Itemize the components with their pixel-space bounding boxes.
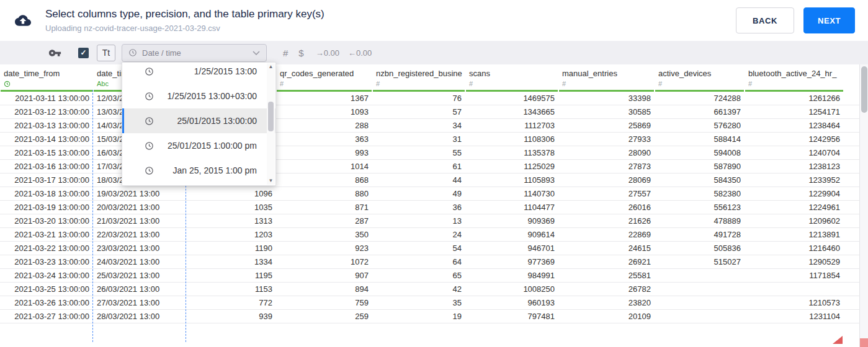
- decrease-precision-button[interactable]: ←0.00: [348, 48, 372, 58]
- table-cell: 1216460: [745, 242, 844, 255]
- back-button[interactable]: BACK: [736, 7, 794, 33]
- table-cell: 797481: [465, 310, 558, 323]
- column-type-indicator: #: [655, 78, 745, 88]
- table-cell: 993: [276, 146, 372, 159]
- table-cell: [655, 310, 745, 323]
- format-option-label: Jan 25, 2015 1:00 pm: [154, 165, 257, 175]
- table-cell: 26/03/2021 13:00: [93, 283, 186, 296]
- table-cell: 1210573: [745, 296, 844, 309]
- table-cell: 19: [372, 310, 465, 323]
- table-cell: 2021-03-22 13:00:00: [0, 242, 93, 255]
- table-cell: 1108306: [465, 133, 558, 146]
- table-cell: 584350: [655, 174, 745, 187]
- table-cell: 909614: [465, 228, 558, 241]
- integer-type-button[interactable]: #: [283, 48, 288, 58]
- table-cell: 287: [276, 214, 372, 227]
- table-cell: 582380: [655, 187, 745, 200]
- table-cell: 576280: [655, 119, 745, 132]
- table-cell: 1233952: [745, 174, 844, 187]
- clock-icon: [145, 67, 154, 76]
- clock-icon: [145, 141, 154, 151]
- column-valid-bar: [745, 90, 843, 92]
- table-cell: 27/03/2021 13:00: [93, 296, 186, 309]
- table-cell: 23/03/2021 13:00: [93, 242, 186, 255]
- table-cell: 27873: [558, 160, 655, 173]
- scroll-down-icon[interactable]: ▼: [269, 178, 274, 183]
- format-option[interactable]: 1/25/2015 13:00: [122, 62, 275, 84]
- table-cell: 27933: [558, 133, 655, 146]
- column-name: date_time_from: [0, 64, 93, 78]
- table-cell: 57: [372, 105, 465, 118]
- column-header[interactable]: scans#: [465, 64, 558, 92]
- table-cell: [655, 296, 745, 309]
- table-cell: 1135378: [465, 146, 558, 159]
- table-cell: 1140730: [465, 187, 558, 200]
- column-name: nzbn_registered_busine: [372, 64, 465, 78]
- dropdown-scrollbar[interactable]: ▲ ▼: [267, 63, 275, 185]
- format-option[interactable]: 25/01/2015 1:00:00 pm: [122, 133, 275, 158]
- format-option-label: 25/01/2015 13:00:00: [154, 116, 257, 126]
- table-cell: 23820: [558, 296, 655, 309]
- table-cell: 20109: [558, 310, 655, 323]
- upload-status-text: Uploading nz-covid-tracer-usage-2021-03-…: [45, 24, 736, 33]
- column-header[interactable]: qr_codes_generated#: [276, 64, 372, 92]
- format-option[interactable]: 25/01/2015 13:00:00: [122, 108, 275, 133]
- next-button[interactable]: NEXT: [803, 7, 855, 33]
- format-option[interactable]: Jan 25, 2015 1:00 pm: [122, 158, 275, 183]
- primary-key-icon[interactable]: [48, 46, 61, 59]
- table-cell: 1231104: [745, 310, 844, 323]
- table-cell: 64: [372, 255, 465, 268]
- scroll-up-icon[interactable]: ▲: [269, 64, 274, 69]
- column-type-select[interactable]: Date / time: [122, 44, 267, 62]
- table-cell: 30585: [558, 105, 655, 118]
- column-header[interactable]: bluetooth_active_24_hr_#: [745, 64, 844, 92]
- csv-import-wizard-window: Select columns type, precision, and the …: [0, 0, 868, 347]
- table-cell: 350: [276, 228, 372, 241]
- table-cell: 2021-03-24 13:00:00: [0, 269, 93, 282]
- table-cell: 1229904: [745, 187, 844, 200]
- increase-precision-button[interactable]: →0.00: [316, 48, 339, 58]
- table-cell: 26782: [558, 283, 655, 296]
- include-column-checkbox[interactable]: ✓: [78, 48, 89, 58]
- table-cell: 36: [372, 201, 465, 214]
- table-row: 2021-03-23 13:00:0024/03/2021 13:0013341…: [0, 255, 859, 269]
- table-cell: 984991: [465, 269, 558, 282]
- vertical-scrollbar-thumb[interactable]: [861, 66, 867, 113]
- table-cell: 505836: [655, 242, 745, 255]
- table-cell: 588414: [655, 133, 745, 146]
- table-cell: 1093: [276, 105, 372, 118]
- text-type-button[interactable]: Tt: [97, 45, 115, 61]
- table-cell: 1224961: [745, 201, 844, 214]
- table-cell: 1334: [186, 255, 276, 268]
- header-titles: Select columns type, precision, and the …: [45, 8, 736, 33]
- table-cell: 61: [372, 160, 465, 173]
- table-cell: 2021-03-25 13:00:00: [0, 283, 93, 296]
- table-cell: 31: [372, 133, 465, 146]
- table-cell: 946701: [465, 242, 558, 255]
- column-header[interactable]: active_devices#: [655, 64, 745, 92]
- table-row: 2021-03-25 13:00:0026/03/2021 13:0011538…: [0, 283, 859, 296]
- column-type-indicator: #: [372, 78, 465, 88]
- column-header[interactable]: manual_entries#: [558, 64, 655, 92]
- clock-icon: [145, 92, 154, 101]
- table-cell: 1171854: [745, 269, 844, 282]
- dropdown-scrollbar-thumb[interactable]: [268, 102, 274, 131]
- table-cell: 1240704: [745, 146, 844, 159]
- vertical-scrollbar[interactable]: [859, 64, 868, 347]
- page-title: Select columns type, precision, and the …: [45, 8, 736, 20]
- table-cell: 35: [372, 296, 465, 309]
- table-cell: 909369: [465, 214, 558, 227]
- format-option-label: 25/01/2015 1:00:00 pm: [154, 141, 257, 151]
- column-type-indicator: #: [558, 78, 655, 88]
- currency-type-button[interactable]: $: [298, 48, 303, 58]
- column-type-toolbar: ✓ Tt Date / time # $ →0.00 ←0.00: [0, 41, 868, 64]
- column-type-indicator: [0, 78, 93, 88]
- column-header[interactable]: date_time_from: [0, 64, 93, 92]
- table-cell: 1313: [186, 214, 276, 227]
- column-header[interactable]: nzbn_registered_busine#: [372, 64, 465, 92]
- table-cell: 1112703: [465, 119, 558, 132]
- table-cell: 33398: [558, 92, 655, 105]
- format-option[interactable]: 1/25/2015 13:00+03:00: [122, 84, 275, 108]
- table-row: 2021-03-19 13:00:0020/03/2021 13:0010358…: [0, 201, 859, 214]
- format-option-label: 1/25/2015 13:00+03:00: [154, 91, 257, 101]
